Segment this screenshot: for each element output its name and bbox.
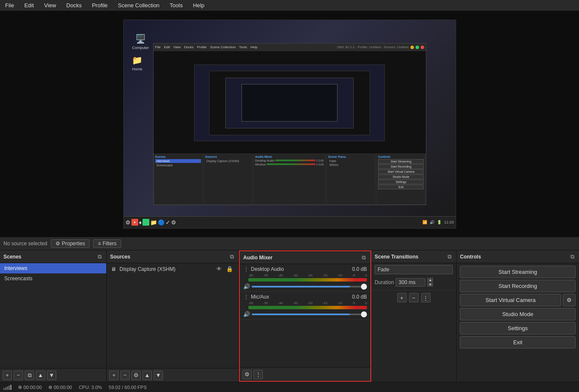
duration-input[interactable] <box>396 278 425 287</box>
bar-3 <box>7 386 8 390</box>
audio-float-button[interactable]: ⧉ <box>361 254 367 261</box>
menubar: File Edit View Docks Profile Scene Colle… <box>0 0 579 11</box>
controls-panel-header: Controls ⧉ <box>457 250 579 263</box>
duration-down-button[interactable]: ▼ <box>427 282 433 287</box>
desktop-audio-slider-knob[interactable] <box>361 284 367 290</box>
mic-audio-meter-container <box>243 306 367 310</box>
duration-up-button[interactable]: ▲ <box>427 278 433 282</box>
scene-up-button[interactable]: ▲ <box>36 371 45 380</box>
menu-profile[interactable]: Profile <box>90 1 109 9</box>
menu-tools[interactable]: Tools <box>168 1 184 9</box>
audio-track-menu-desktop[interactable]: ⋮ <box>243 266 249 273</box>
menu-docks[interactable]: Docks <box>64 1 83 9</box>
transition-dropdown[interactable]: Fade <box>375 265 453 274</box>
nested-transitions-panel: Scene Trans. Fade 300ms <box>326 154 375 205</box>
source-item-display[interactable]: 🖥 Display Capture (XSHM) 👁 🔒 <box>107 263 239 275</box>
menu-file[interactable]: File <box>3 1 16 9</box>
start-virtual-camera-button[interactable]: Start Virtual Camera <box>460 294 561 306</box>
taskbar: ⚙ ● ♦ 📁 🔵 ✓ ⚙ 📶 🔊 🔋 11:03 <box>124 216 456 228</box>
scene-item-interviews[interactable]: Interviews <box>0 263 106 273</box>
mic-audio-slider[interactable] <box>252 314 367 315</box>
settings-button[interactable]: Settings <box>460 322 576 334</box>
taskbar-icon-4 <box>143 219 149 226</box>
computer-label: Computer <box>132 46 149 50</box>
transition-more-button[interactable]: ⋮ <box>421 293 431 302</box>
audio-panel-toolbar: ⚙ ⋮ <box>240 367 370 381</box>
audio-track-mic-header: ⋮ Mic/Aux 0.0 dB <box>243 293 367 300</box>
audio-panel-header: Audio Mixer ⧉ <box>240 251 370 264</box>
desktop-audio-slider[interactable] <box>252 286 367 287</box>
scenes-panel-header: Scenes ⧉ <box>0 250 106 263</box>
sources-float-button[interactable]: ⧉ <box>229 253 235 261</box>
transitions-panel-header: Scene Transitions ⧉ <box>371 250 456 263</box>
source-settings-button[interactable]: ⚙ <box>131 371 141 380</box>
preview-area: 🖥️ Computer 📁 Home File Edit View Docks … <box>0 11 579 237</box>
menu-edit[interactable]: Edit <box>23 1 35 9</box>
start-streaming-button[interactable]: Start Streaming <box>460 266 576 278</box>
menu-scene-collection[interactable]: Scene Collection <box>116 1 161 9</box>
audio-title: Audio Mixer <box>243 255 273 261</box>
bar-4 <box>9 386 10 390</box>
filter-bar: No source selected ⚙ Properties ≡ Filter… <box>0 237 579 250</box>
properties-button[interactable]: ⚙ Properties <box>51 239 90 248</box>
window-minimize[interactable] <box>410 46 414 49</box>
mic-audio-scale: -60 -50 -40 -30 -20 -15 -10 -5 0 <box>243 301 367 306</box>
window-close[interactable] <box>421 46 424 49</box>
virtual-camera-row: Start Virtual Camera ⚙ <box>460 294 576 306</box>
mic-audio-slider-knob[interactable] <box>361 311 367 317</box>
nested-sources-panel: Sources Display Capture (XSHM) <box>204 154 253 205</box>
desktop-audio-db: 0.0 dB <box>352 266 367 272</box>
sources-panel-header: Sources ⧉ <box>107 250 239 263</box>
source-visibility-button[interactable]: 👁 <box>215 265 223 273</box>
virtual-camera-settings-button[interactable]: ⚙ <box>563 294 576 306</box>
audio-more-button[interactable]: ⋮ <box>253 370 263 379</box>
transitions-float-button[interactable]: ⧉ <box>446 253 453 261</box>
desktop-icon-computer: 🖥️ Computer <box>132 33 149 50</box>
scenes-float-button[interactable]: ⧉ <box>96 253 103 261</box>
source-up-button[interactable]: ▲ <box>143 371 152 380</box>
source-down-button[interactable]: ▼ <box>154 371 163 380</box>
desktop-icon-home: 📁 Home <box>131 54 143 71</box>
scene-down-button[interactable]: ▼ <box>47 371 56 380</box>
computer-icon: 🖥️ <box>134 33 146 45</box>
controls-panel-actions: ⧉ <box>569 253 576 261</box>
source-add-button[interactable]: + <box>109 371 119 380</box>
desktop-audio-mute-button[interactable]: 🔊 <box>243 283 250 290</box>
window-maximize[interactable] <box>416 46 419 49</box>
controls-panel: Controls ⧉ Start Streaming Start Recordi… <box>457 250 579 382</box>
recording-indicator <box>18 386 22 389</box>
controls-float-button[interactable]: ⧉ <box>569 253 576 261</box>
filter-icon: ≡ <box>98 241 101 247</box>
taskbar-icon-2: ● <box>131 219 138 226</box>
transition-select-row: Fade <box>371 263 456 276</box>
studio-mode-button[interactable]: Studio Mode <box>460 308 576 320</box>
scene-remove-button[interactable]: − <box>14 371 23 380</box>
bar-5 <box>10 385 12 390</box>
audio-track-desktop: ⋮ Desktop Audio 0.0 dB -60 -50 -40 -30 -… <box>240 264 370 292</box>
taskbar-icon-6: 🔵 <box>158 219 165 226</box>
audio-track-menu-mic[interactable]: ⋮ <box>243 293 249 300</box>
mic-audio-db: 0.0 dB <box>352 294 367 300</box>
preview-desktop: 🖥️ Computer 📁 Home File Edit View Docks … <box>124 20 456 228</box>
scene-copy-button[interactable]: ⧉ <box>25 371 34 380</box>
main-row: Scenes ⧉ Interviews Screencasts + − ⧉ ▲ … <box>0 250 579 382</box>
menu-help[interactable]: Help <box>191 1 206 9</box>
scene-add-button[interactable]: + <box>3 371 12 380</box>
mic-audio-mute-button[interactable]: 🔊 <box>243 311 250 317</box>
transition-add-button[interactable]: + <box>397 293 407 302</box>
exit-button[interactable]: Exit <box>460 336 576 348</box>
transition-remove-button[interactable]: − <box>409 293 419 302</box>
bottom-panel: No source selected ⚙ Properties ≡ Filter… <box>0 237 579 382</box>
source-lock-button[interactable]: 🔒 <box>225 265 234 273</box>
gear-icon: ⚙ <box>55 241 60 247</box>
scene-item-screencasts[interactable]: Screencasts <box>0 273 106 284</box>
filters-button[interactable]: ≡ Filters <box>93 239 121 248</box>
start-recording-button[interactable]: Start Recording <box>460 280 576 292</box>
no-source-text: No source selected <box>3 241 47 247</box>
source-remove-button[interactable]: − <box>120 371 130 380</box>
taskbar-icon-5: 📁 <box>150 219 157 226</box>
scenes-title: Scenes <box>3 254 21 260</box>
menu-view[interactable]: View <box>42 1 58 9</box>
audio-settings-button[interactable]: ⚙ <box>242 370 252 379</box>
desktop-audio-scale: -60 -50 -40 -30 -20 -15 -10 -5 0 <box>243 273 367 278</box>
